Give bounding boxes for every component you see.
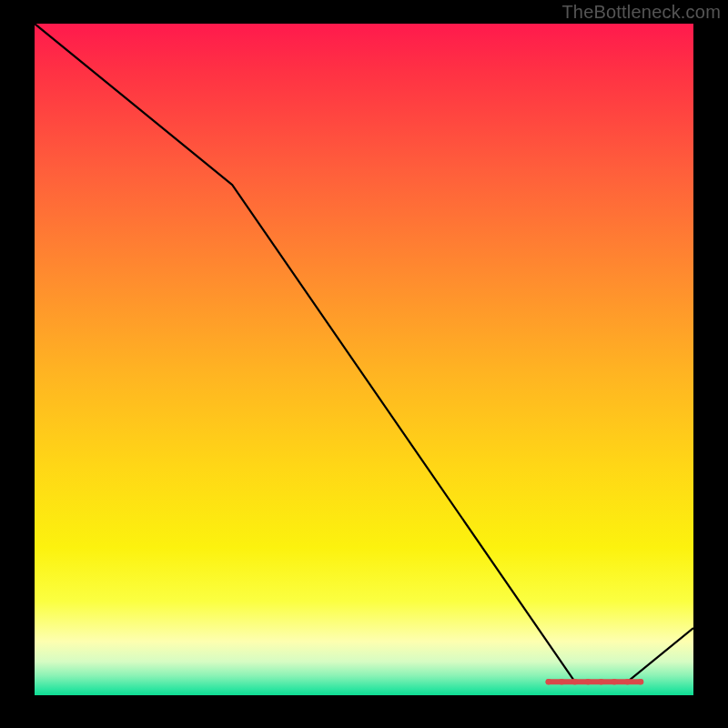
- chart-line: [35, 24, 693, 682]
- chart-svg: [35, 24, 693, 695]
- marker-dot: [559, 679, 564, 684]
- marker-dot: [546, 679, 551, 684]
- marker-dot: [585, 679, 591, 684]
- marker-dot: [572, 679, 578, 684]
- chart-container: TheBottleneck.com: [0, 0, 728, 728]
- watermark-text: TheBottleneck.com: [561, 2, 721, 23]
- marker-dot: [638, 679, 643, 684]
- marker-dot: [598, 679, 603, 684]
- marker-dot: [612, 679, 617, 684]
- plot-area: [35, 24, 693, 695]
- marker-dot: [624, 679, 630, 684]
